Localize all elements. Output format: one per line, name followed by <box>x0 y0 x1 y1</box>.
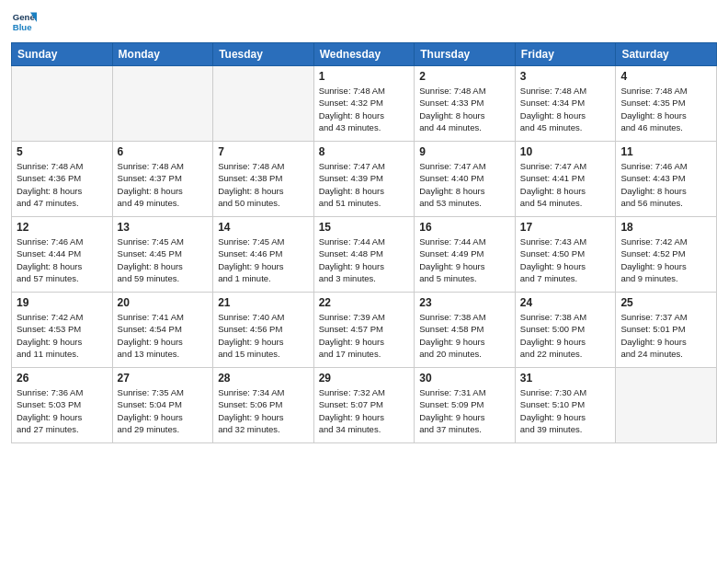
day-info: Sunrise: 7:48 AM Sunset: 4:35 PM Dayligh… <box>620 85 711 133</box>
day-number: 7 <box>218 145 309 158</box>
day-number: 5 <box>17 145 108 158</box>
calendar-cell: 29Sunrise: 7:32 AM Sunset: 5:07 PM Dayli… <box>313 368 415 443</box>
weekday-header-thursday: Thursday <box>415 43 516 66</box>
calendar-cell: 22Sunrise: 7:39 AM Sunset: 4:57 PM Dayli… <box>313 293 415 368</box>
logo-icon: General Blue <box>11 9 37 35</box>
page-container: General Blue SundayMondayTuesdayWednesda… <box>0 0 728 563</box>
day-number: 9 <box>419 145 510 158</box>
calendar-cell: 1Sunrise: 7:48 AM Sunset: 4:32 PM Daylig… <box>313 66 415 142</box>
day-number: 30 <box>419 372 510 385</box>
calendar-cell: 25Sunrise: 7:37 AM Sunset: 5:01 PM Dayli… <box>616 293 717 368</box>
calendar-cell: 18Sunrise: 7:42 AM Sunset: 4:52 PM Dayli… <box>616 217 717 293</box>
calendar-cell: 17Sunrise: 7:43 AM Sunset: 4:50 PM Dayli… <box>515 217 616 293</box>
day-info: Sunrise: 7:46 AM Sunset: 4:43 PM Dayligh… <box>620 160 711 209</box>
calendar-cell: 21Sunrise: 7:40 AM Sunset: 4:56 PM Dayli… <box>213 293 314 368</box>
day-number: 28 <box>218 372 309 385</box>
calendar-cell: 5Sunrise: 7:48 AM Sunset: 4:36 PM Daylig… <box>12 142 113 217</box>
day-info: Sunrise: 7:46 AM Sunset: 4:44 PM Dayligh… <box>17 236 108 284</box>
day-info: Sunrise: 7:38 AM Sunset: 5:00 PM Dayligh… <box>520 311 611 360</box>
calendar-cell: 19Sunrise: 7:42 AM Sunset: 4:53 PM Dayli… <box>12 293 113 368</box>
day-info: Sunrise: 7:37 AM Sunset: 5:01 PM Dayligh… <box>620 311 711 360</box>
day-number: 3 <box>520 70 611 83</box>
calendar-table: SundayMondayTuesdayWednesdayThursdayFrid… <box>11 42 717 443</box>
calendar-cell: 23Sunrise: 7:38 AM Sunset: 4:58 PM Dayli… <box>415 293 516 368</box>
calendar-cell: 4Sunrise: 7:48 AM Sunset: 4:35 PM Daylig… <box>616 66 717 142</box>
day-info: Sunrise: 7:48 AM Sunset: 4:34 PM Dayligh… <box>520 85 611 133</box>
day-info: Sunrise: 7:35 AM Sunset: 5:04 PM Dayligh… <box>118 386 209 435</box>
calendar-cell: 9Sunrise: 7:47 AM Sunset: 4:40 PM Daylig… <box>415 142 516 217</box>
svg-text:Blue: Blue <box>13 22 32 32</box>
calendar-cell: 24Sunrise: 7:38 AM Sunset: 5:00 PM Dayli… <box>515 293 616 368</box>
day-info: Sunrise: 7:41 AM Sunset: 4:54 PM Dayligh… <box>118 311 209 360</box>
day-info: Sunrise: 7:31 AM Sunset: 5:09 PM Dayligh… <box>419 386 510 435</box>
day-info: Sunrise: 7:48 AM Sunset: 4:38 PM Dayligh… <box>218 160 309 209</box>
day-number: 1 <box>319 70 410 83</box>
day-number: 27 <box>118 372 209 385</box>
calendar-cell: 3Sunrise: 7:48 AM Sunset: 4:34 PM Daylig… <box>515 66 616 142</box>
calendar-cell: 16Sunrise: 7:44 AM Sunset: 4:49 PM Dayli… <box>415 217 516 293</box>
day-info: Sunrise: 7:45 AM Sunset: 4:46 PM Dayligh… <box>218 236 309 284</box>
day-number: 20 <box>118 296 209 309</box>
calendar-cell: 13Sunrise: 7:45 AM Sunset: 4:45 PM Dayli… <box>112 217 213 293</box>
calendar-cell: 15Sunrise: 7:44 AM Sunset: 4:48 PM Dayli… <box>313 217 415 293</box>
calendar-cell: 31Sunrise: 7:30 AM Sunset: 5:10 PM Dayli… <box>515 368 616 443</box>
day-number: 12 <box>17 221 108 234</box>
day-number: 18 <box>620 221 711 234</box>
day-number: 23 <box>419 296 510 309</box>
day-number: 4 <box>620 70 711 83</box>
day-info: Sunrise: 7:38 AM Sunset: 4:58 PM Dayligh… <box>419 311 510 360</box>
calendar-cell: 27Sunrise: 7:35 AM Sunset: 5:04 PM Dayli… <box>112 368 213 443</box>
day-number: 31 <box>520 372 611 385</box>
calendar-week-row: 12Sunrise: 7:46 AM Sunset: 4:44 PM Dayli… <box>12 217 717 293</box>
day-info: Sunrise: 7:44 AM Sunset: 4:49 PM Dayligh… <box>419 236 510 284</box>
day-number: 10 <box>520 145 611 158</box>
day-info: Sunrise: 7:48 AM Sunset: 4:33 PM Dayligh… <box>419 85 510 133</box>
calendar-cell: 26Sunrise: 7:36 AM Sunset: 5:03 PM Dayli… <box>12 368 113 443</box>
day-info: Sunrise: 7:47 AM Sunset: 4:41 PM Dayligh… <box>520 160 611 209</box>
day-number: 15 <box>319 221 410 234</box>
day-info: Sunrise: 7:45 AM Sunset: 4:45 PM Dayligh… <box>118 236 209 284</box>
day-number: 8 <box>319 145 410 158</box>
calendar-cell: 8Sunrise: 7:47 AM Sunset: 4:39 PM Daylig… <box>313 142 415 217</box>
weekday-header-saturday: Saturday <box>616 43 717 66</box>
day-number: 14 <box>218 221 309 234</box>
calendar-week-row: 1Sunrise: 7:48 AM Sunset: 4:32 PM Daylig… <box>12 66 717 142</box>
day-info: Sunrise: 7:34 AM Sunset: 5:06 PM Dayligh… <box>218 386 309 435</box>
calendar-week-row: 26Sunrise: 7:36 AM Sunset: 5:03 PM Dayli… <box>12 368 717 443</box>
day-info: Sunrise: 7:42 AM Sunset: 4:53 PM Dayligh… <box>17 311 108 360</box>
day-number: 17 <box>520 221 611 234</box>
weekday-header-wednesday: Wednesday <box>313 43 415 66</box>
calendar-cell: 6Sunrise: 7:48 AM Sunset: 4:37 PM Daylig… <box>112 142 213 217</box>
calendar-cell: 30Sunrise: 7:31 AM Sunset: 5:09 PM Dayli… <box>415 368 516 443</box>
day-info: Sunrise: 7:47 AM Sunset: 4:39 PM Dayligh… <box>319 160 410 209</box>
calendar-cell: 12Sunrise: 7:46 AM Sunset: 4:44 PM Dayli… <box>12 217 113 293</box>
day-number: 21 <box>218 296 309 309</box>
day-number: 2 <box>419 70 510 83</box>
day-number: 19 <box>17 296 108 309</box>
day-info: Sunrise: 7:36 AM Sunset: 5:03 PM Dayligh… <box>17 386 108 435</box>
calendar-week-row: 19Sunrise: 7:42 AM Sunset: 4:53 PM Dayli… <box>12 293 717 368</box>
day-info: Sunrise: 7:44 AM Sunset: 4:48 PM Dayligh… <box>319 236 410 284</box>
day-info: Sunrise: 7:40 AM Sunset: 4:56 PM Dayligh… <box>218 311 309 360</box>
day-number: 24 <box>520 296 611 309</box>
header: General Blue <box>11 9 717 35</box>
calendar-cell: 2Sunrise: 7:48 AM Sunset: 4:33 PM Daylig… <box>415 66 516 142</box>
day-info: Sunrise: 7:48 AM Sunset: 4:36 PM Dayligh… <box>17 160 108 209</box>
day-number: 29 <box>319 372 410 385</box>
calendar-cell <box>616 368 717 443</box>
calendar-cell: 20Sunrise: 7:41 AM Sunset: 4:54 PM Dayli… <box>112 293 213 368</box>
day-info: Sunrise: 7:42 AM Sunset: 4:52 PM Dayligh… <box>620 236 711 284</box>
day-info: Sunrise: 7:30 AM Sunset: 5:10 PM Dayligh… <box>520 386 611 435</box>
day-number: 16 <box>419 221 510 234</box>
calendar-cell: 11Sunrise: 7:46 AM Sunset: 4:43 PM Dayli… <box>616 142 717 217</box>
weekday-header-tuesday: Tuesday <box>213 43 314 66</box>
day-info: Sunrise: 7:48 AM Sunset: 4:32 PM Dayligh… <box>319 85 410 133</box>
day-info: Sunrise: 7:48 AM Sunset: 4:37 PM Dayligh… <box>118 160 209 209</box>
calendar-cell <box>213 66 314 142</box>
weekday-header-monday: Monday <box>112 43 213 66</box>
day-info: Sunrise: 7:39 AM Sunset: 4:57 PM Dayligh… <box>319 311 410 360</box>
day-number: 25 <box>620 296 711 309</box>
day-info: Sunrise: 7:47 AM Sunset: 4:40 PM Dayligh… <box>419 160 510 209</box>
day-number: 11 <box>620 145 711 158</box>
day-info: Sunrise: 7:32 AM Sunset: 5:07 PM Dayligh… <box>319 386 410 435</box>
